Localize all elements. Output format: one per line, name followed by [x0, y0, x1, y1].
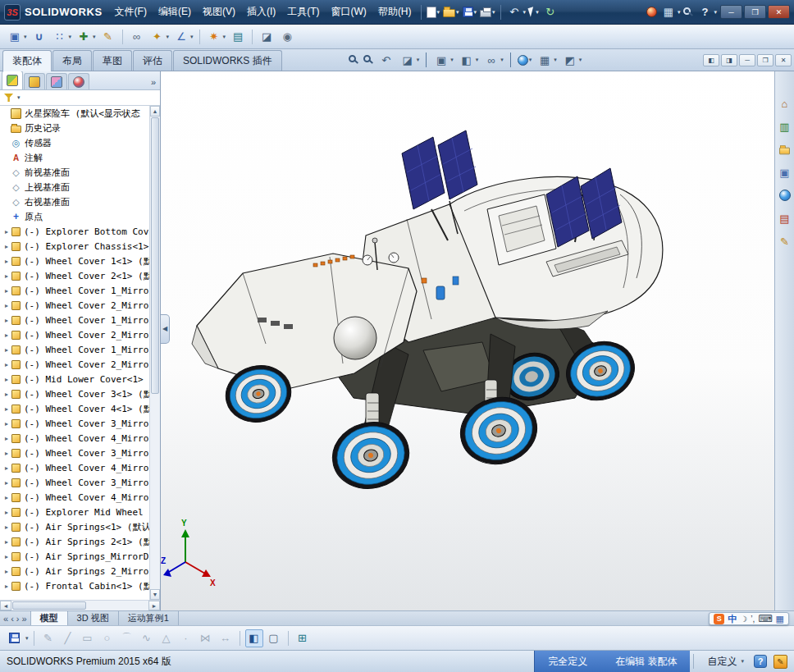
scroll-right-arrow[interactable]: ►	[148, 601, 160, 610]
expander[interactable]: ▸	[2, 464, 11, 472]
tree-horizontal-scrollbar[interactable]: ◄ ►	[0, 600, 160, 610]
collapse-panel-button[interactable]: ◀	[161, 314, 170, 344]
expander[interactable]: ▸	[2, 553, 11, 560]
expander[interactable]: ▸	[2, 509, 11, 516]
tree-vertical-scrollbar[interactable]: ▲ ▼	[149, 106, 160, 600]
tree-item[interactable]: ▸ (-) Wheel Cover 4_Mirro	[0, 460, 149, 475]
expander[interactable]: ▸	[2, 420, 11, 427]
menu-item[interactable]: 窗口(W)	[326, 1, 372, 23]
tree-item[interactable]: ▸ (-) Wheel Cover 2_Mirro	[0, 357, 149, 372]
scroll-thumb[interactable]	[151, 117, 159, 394]
tree-item[interactable]: ▸ (-) Wheel Cover 2<1> (默	[0, 268, 149, 283]
component-pattern-button[interactable]: ∷▾	[50, 27, 74, 47]
scroll-left-arrow[interactable]: ◄	[0, 601, 11, 610]
tree-item[interactable]: 注解	[0, 150, 149, 165]
menu-item[interactable]: 帮助(H)	[372, 1, 418, 23]
tree-item[interactable]: ▸ (-) Wheel Cover 3<1> (默	[0, 386, 149, 401]
command-tab[interactable]: 评估	[133, 50, 172, 71]
tree-item[interactable]: ▸ (-) Wheel Cover 1<1> (默	[0, 254, 149, 268]
edit-component-button[interactable]: ✎	[98, 27, 118, 47]
expander[interactable]: ▸	[2, 435, 11, 442]
shaded-with-edges-button[interactable]: ◧	[245, 629, 263, 647]
tree-item[interactable]: ▸ (-) Wheel Cover 3_Mirro	[0, 475, 149, 490]
hide-show-items-button[interactable]: ∞▾	[481, 51, 505, 69]
tree-item[interactable]: ▸ (-) Wheel Cover 1_Mirro	[0, 283, 149, 298]
expander[interactable]: ▸	[2, 583, 11, 590]
menu-item[interactable]: 编辑(E)	[153, 1, 197, 23]
featuremanager-tab[interactable]	[2, 71, 23, 89]
fullwidth-toggle-icon[interactable]: ☽	[740, 615, 747, 624]
graphics-area[interactable]: ◀	[161, 71, 774, 610]
save-button-small[interactable]	[5, 629, 23, 647]
tree-item[interactable]: ▸ (-) Explorer Bottom Cov	[0, 224, 149, 239]
help-button[interactable]: ?▾	[695, 2, 719, 22]
punctuation-toggle-icon[interactable]: ’,	[751, 615, 755, 624]
configurationmanager-tab[interactable]	[46, 73, 67, 89]
tree-item[interactable]: 传感器	[0, 135, 149, 150]
ime-toolbox-icon[interactable]: ▦	[776, 614, 784, 624]
expander[interactable]: ▸	[2, 494, 11, 501]
propertymanager-tab[interactable]	[24, 73, 45, 89]
view-settings-button[interactable]: ◩▾	[560, 51, 584, 69]
tree-item[interactable]: ▸ (-) Air Springs 2_Mirro	[0, 564, 149, 578]
dimension-tool-button[interactable]: ↔	[217, 629, 235, 647]
expander[interactable]: ▸	[2, 391, 11, 398]
first-tab-button[interactable]: «	[3, 614, 8, 624]
tree-item[interactable]: ▸ (-) Wheel Cover 3_Mirro	[0, 446, 149, 460]
menu-item[interactable]: 文件(F)	[109, 1, 153, 23]
custom-properties-icon[interactable]: ▤	[778, 211, 792, 226]
edit-assembly-badge-icon[interactable]: ✎	[773, 655, 787, 669]
home-icon[interactable]: ⌂	[778, 96, 792, 111]
document-tab[interactable]: 运动算例1	[119, 611, 179, 625]
expander[interactable]: ▸	[2, 287, 11, 295]
chinese-mode-icon[interactable]: 中	[728, 613, 737, 625]
assembly-navigator-button[interactable]: ▣▾	[5, 27, 29, 47]
line-tool-button[interactable]: ╱	[59, 629, 77, 647]
previous-view-button[interactable]: ↶	[376, 51, 396, 69]
zoom-area-button[interactable]	[362, 54, 375, 66]
polygon-tool-button[interactable]: △	[157, 629, 176, 647]
expander[interactable]: ▸	[2, 405, 11, 413]
expander[interactable]: ▸	[2, 568, 11, 575]
scroll-thumb[interactable]	[12, 601, 86, 610]
expander[interactable]: ▸	[2, 331, 11, 339]
filter-dropdown[interactable]: ▾	[17, 94, 21, 101]
expander[interactable]: ▸	[2, 228, 11, 235]
tree-item[interactable]: ▸ (-) Wheel Cover 4_Mirro	[0, 490, 149, 505]
document-tab[interactable]: 模型	[30, 611, 68, 625]
file-explorer-icon[interactable]	[778, 142, 792, 157]
menu-item[interactable]: 视图(V)	[197, 1, 241, 23]
tree-root-item[interactable]: 火星探险车 (默认<显示状态	[0, 106, 149, 121]
expander[interactable]: ▸	[2, 479, 11, 487]
tree-item[interactable]: 右视基准面	[0, 194, 149, 209]
expander[interactable]: ▸	[2, 361, 11, 368]
forum-icon[interactable]: ✎	[778, 234, 792, 249]
expander[interactable]: ▸	[2, 272, 11, 280]
expander[interactable]: ▸	[2, 317, 11, 324]
reference-geometry-button[interactable]: ∠▾	[171, 27, 195, 47]
menu-item[interactable]: 工具(T)	[281, 1, 325, 23]
title-bar[interactable]: 3S SOLIDWORKS 文件(F) 编辑(E) 视图(V) 插入(I) 工具…	[0, 0, 794, 25]
section-tool-button[interactable]: ◪	[257, 27, 276, 47]
expander[interactable]: ▸	[2, 258, 11, 265]
insert-component-button[interactable]: ✚▾	[74, 27, 98, 47]
sketch-button[interactable]: ✎	[39, 629, 57, 647]
tree-item[interactable]: ▸ (-) Wheel Cover 3_Mirro	[0, 416, 149, 431]
tree-item[interactable]: ▸ (-) Wheel Cover 4<1> (默	[0, 401, 149, 416]
tree-item[interactable]: ▸ (-) Explorer Chassis<1>	[0, 239, 149, 254]
snapshot-button[interactable]: ◉	[277, 27, 297, 47]
design-library-icon[interactable]: ▥	[778, 119, 792, 134]
tree-item[interactable]: 前视基准面	[0, 165, 149, 180]
bom-button[interactable]: ▤	[228, 27, 248, 47]
doc-close-button[interactable]: ✕	[775, 54, 792, 66]
display-style-button[interactable]: ◧▾	[457, 51, 481, 69]
arc-tool-button[interactable]: ⌒	[118, 629, 136, 647]
tree-item[interactable]: ▸ (-) Air Springs 2<1> (默	[0, 534, 149, 549]
view-palette-icon[interactable]: ▣	[778, 165, 792, 180]
exploded-view-button[interactable]: ✷▾	[204, 27, 228, 47]
prev-tab-button[interactable]: ‹	[11, 614, 14, 624]
restore-button[interactable]: ❒	[744, 5, 766, 19]
scroll-track[interactable]	[150, 395, 160, 589]
mirror-tool-button[interactable]: ⋈	[197, 629, 215, 647]
expander[interactable]: ▸	[2, 450, 11, 457]
